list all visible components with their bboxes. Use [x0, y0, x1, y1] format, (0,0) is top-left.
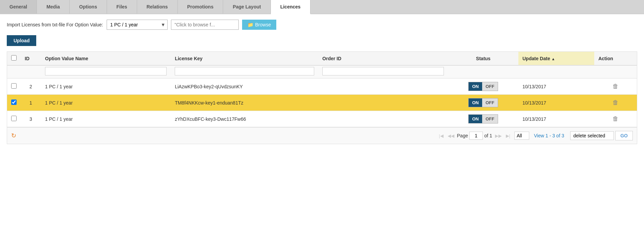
filter-status-placeholder	[448, 65, 518, 78]
delete-icon[interactable]: 🗑	[613, 99, 619, 106]
row-checkbox[interactable]	[11, 83, 17, 89]
tab-files[interactable]: Files	[107, 0, 137, 14]
header-license-key: License Key	[171, 52, 318, 65]
row-update-date: 10/13/2017	[518, 111, 594, 127]
header-action: Action	[594, 52, 637, 65]
row-checkbox[interactable]	[11, 99, 17, 105]
row-order-id	[318, 78, 448, 95]
row-license-key: TM8f4NKKcw-key1-enduan81Tz	[171, 95, 318, 111]
tab-options[interactable]: Options	[70, 0, 107, 14]
toggle-off-button[interactable]: OFF	[482, 98, 498, 107]
refresh-icon[interactable]: ↻	[11, 132, 16, 139]
licenses-table: ID Option Value Name License Key Order I…	[7, 52, 637, 127]
header-option-value-name: Option Value Name	[41, 52, 171, 65]
footer-bar: ↻ |◀ ◀◀ Page of 1 ▶▶ ▶| All 10 25 50 Vie…	[7, 127, 637, 144]
per-page-select[interactable]: All 10 25 50	[514, 132, 529, 140]
row-id: 2	[21, 78, 41, 95]
row-checkbox-cell	[7, 78, 21, 95]
folder-icon: 📁	[248, 22, 253, 27]
toggle-off-button[interactable]: OFF	[482, 115, 498, 123]
option-value-select-wrapper: 1 PC / 1 year ▼	[107, 20, 168, 30]
delete-selected-wrapper: delete selected GO	[570, 131, 633, 140]
filter-option-value-name-cell	[41, 65, 171, 78]
row-id: 1	[21, 95, 41, 111]
import-label: Import Licenses from txt-file For Option…	[7, 22, 103, 27]
filter-option-value-name[interactable]	[45, 67, 167, 75]
row-status-cell: ON OFF	[448, 95, 518, 111]
row-update-date: 10/13/2017	[518, 95, 594, 111]
prev-page-button[interactable]: ◀◀	[446, 133, 456, 139]
option-value-select[interactable]: 1 PC / 1 year	[107, 20, 168, 30]
row-license-key: zYhDXcuBFC-key3-Dwc117Fw66	[171, 111, 318, 127]
status-toggle: ON OFF	[468, 82, 498, 91]
import-row: Import Licenses from txt-file For Option…	[7, 20, 637, 30]
of-label: of 1	[484, 133, 492, 138]
row-order-id	[318, 95, 448, 111]
table-row: 2 1 PC / 1 year LiAzwKPBo3-key2-qUvdzsun…	[7, 78, 637, 95]
row-id: 3	[21, 111, 41, 127]
tab-relations[interactable]: Relations	[137, 0, 178, 14]
header-id: ID	[21, 52, 41, 65]
next-page-button[interactable]: ▶▶	[494, 133, 503, 139]
table-header-row: ID Option Value Name License Key Order I…	[7, 52, 637, 65]
status-toggle: ON OFF	[468, 114, 498, 123]
filter-update-date-placeholder	[518, 65, 594, 78]
browse-button[interactable]: 📁 Browse	[242, 20, 277, 30]
row-option-value-name: 1 PC / 1 year	[41, 95, 171, 111]
table-row: 3 1 PC / 1 year zYhDXcuBFC-key3-Dwc117Fw…	[7, 111, 637, 127]
tab-bar: General Media Options Files Relations Pr…	[0, 0, 644, 14]
header-checkbox-cell	[7, 52, 21, 65]
filter-id-placeholder	[21, 65, 41, 78]
row-option-value-name: 1 PC / 1 year	[41, 78, 171, 95]
delete-icon[interactable]: 🗑	[613, 115, 619, 122]
row-checkbox-cell	[7, 95, 21, 111]
file-browse-input[interactable]	[171, 20, 239, 30]
row-checkbox-cell	[7, 111, 21, 127]
tab-media[interactable]: Media	[37, 0, 70, 14]
delete-selected-select[interactable]: delete selected	[570, 131, 614, 140]
header-update-date[interactable]: Update Date ▲	[518, 52, 594, 65]
delete-icon[interactable]: 🗑	[613, 83, 619, 90]
toggle-on-button[interactable]: ON	[469, 82, 482, 91]
toggle-off-button[interactable]: OFF	[482, 82, 498, 91]
filter-order-id[interactable]	[322, 67, 444, 75]
row-action-cell: 🗑	[594, 78, 637, 95]
view-count: View 1 - 3 of 3	[534, 133, 564, 138]
table-row: 1 1 PC / 1 year TM8f4NKKcw-key1-enduan81…	[7, 95, 637, 111]
go-button[interactable]: GO	[615, 131, 633, 140]
page-label: Page	[457, 133, 468, 138]
per-page-wrapper: All 10 25 50	[514, 132, 529, 140]
tab-page-layout[interactable]: Page Layout	[223, 0, 271, 14]
row-license-key: LiAzwKPBo3-key2-qUvdzsunKY	[171, 78, 318, 95]
last-page-button[interactable]: ▶|	[505, 133, 512, 139]
upload-button[interactable]: Upload	[7, 35, 36, 46]
filter-checkbox-placeholder	[7, 65, 21, 78]
filter-order-id-cell	[318, 65, 448, 78]
status-toggle: ON OFF	[468, 98, 498, 107]
select-all-checkbox[interactable]	[11, 55, 17, 61]
licenses-table-wrapper: ID Option Value Name License Key Order I…	[7, 51, 637, 144]
row-checkbox[interactable]	[11, 116, 17, 121]
row-action-cell: 🗑	[594, 111, 637, 127]
first-page-button[interactable]: |◀	[437, 133, 445, 139]
toggle-on-button[interactable]: ON	[469, 115, 482, 123]
upload-row: Upload	[7, 34, 637, 46]
filter-license-key[interactable]	[175, 67, 314, 75]
toggle-on-button[interactable]: ON	[469, 98, 482, 107]
delete-selected-select-wrapper: delete selected	[570, 131, 614, 140]
page-input[interactable]	[469, 132, 483, 140]
main-content: Import Licenses from txt-file For Option…	[0, 14, 644, 150]
row-action-cell: 🗑	[594, 95, 637, 111]
row-order-id	[318, 111, 448, 127]
pagination-nav: |◀ ◀◀ Page of 1 ▶▶ ▶|	[437, 132, 512, 140]
sort-icon: ▲	[552, 57, 555, 61]
tab-promotions[interactable]: Promotions	[178, 0, 223, 14]
tab-general[interactable]: General	[0, 0, 37, 14]
row-option-value-name: 1 PC / 1 year	[41, 111, 171, 127]
row-update-date: 10/13/2017	[518, 78, 594, 95]
row-status-cell: ON OFF	[448, 78, 518, 95]
tab-licences[interactable]: Licences	[271, 0, 310, 14]
row-status-cell: ON OFF	[448, 111, 518, 127]
filter-action-placeholder	[594, 65, 637, 78]
header-status: Status	[448, 52, 518, 65]
